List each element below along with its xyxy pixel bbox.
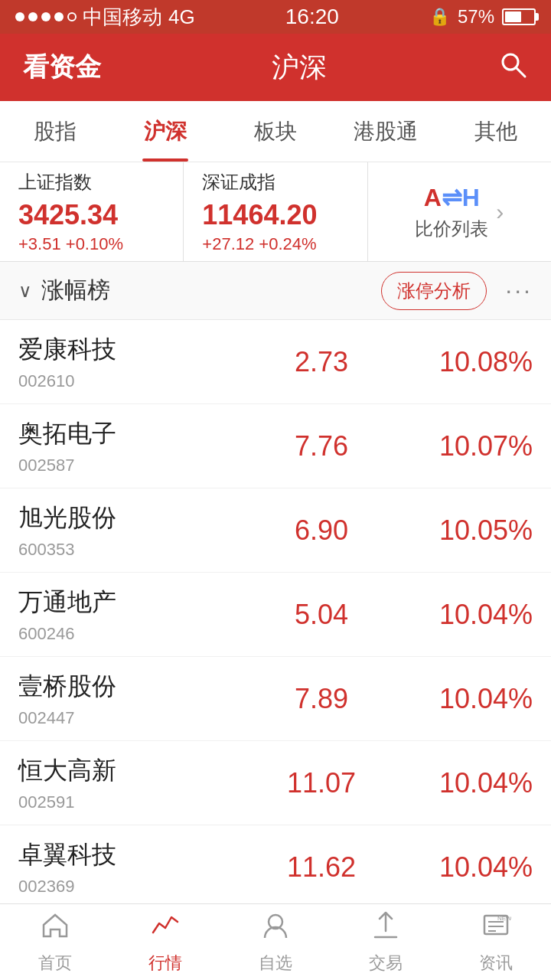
compare-label: 比价列表 [415,217,488,241]
stock-info-1: 奥拓电子 002587 [18,417,248,475]
stock-code-3: 600246 [18,624,248,644]
shenzhen-index-name: 深证成指 [202,170,348,194]
stock-price-1: 7.76 [248,430,395,462]
compare-content: A⇌H 比价列表 [415,183,488,241]
section-actions: 涨停分析 ··· [381,272,533,310]
stock-name-3: 万通地产 [18,586,248,619]
signal-dot-3 [41,12,51,21]
stock-info-3: 万通地产 600246 [18,586,248,644]
signal-dot-5 [67,12,77,21]
watchlist-icon [260,910,291,947]
section-header: ∨ 涨幅榜 涨停分析 ··· [0,262,551,320]
stock-name-0: 爱康科技 [18,333,248,367]
tab-guzhi[interactable]: 股指 [0,101,110,162]
shenzhen-index-value: 11464.20 [202,199,348,231]
stock-info-5: 恒大高新 002591 [18,754,248,812]
home-icon [40,910,70,947]
stock-change-5: 10.04% [395,767,533,799]
signal-dots [15,12,77,21]
stock-code-4: 002447 [18,708,248,728]
stock-price-4: 7.89 [248,683,395,715]
stock-price-6: 11.62 [248,851,395,884]
nav-market[interactable]: 行情 [110,904,220,980]
signal-dot-1 [15,12,24,21]
stock-name-6: 卓翼科技 [18,838,248,872]
battery-fill [505,11,521,22]
bottom-nav: 首页 行情 自选 交易 [0,903,551,980]
tab-ganggu[interactable]: 港股通 [331,101,441,162]
section-title: 涨幅榜 [41,275,110,306]
tab-bar: 股指 沪深 板块 港股通 其他 [0,101,551,162]
index-cards: 上证指数 3425.34 +3.51 +0.10% 深证成指 11464.20 … [0,162,551,262]
battery-icon [502,8,536,25]
nav-trade[interactable]: 交易 [331,904,441,980]
stock-list: 爱康科技 002610 2.73 10.08% 奥拓电子 002587 7.76… [0,320,551,980]
stock-row[interactable]: 奥拓电子 002587 7.76 10.07% [0,404,551,488]
stock-code-1: 002587 [18,456,248,475]
aha-label: A⇌H [424,183,480,212]
market-icon [150,910,181,947]
status-left: 中国移动 4G [15,4,195,31]
chevron-down-icon[interactable]: ∨ [18,280,32,302]
zt-analysis-button[interactable]: 涨停分析 [381,272,487,310]
nav-trade-label: 交易 [369,952,403,975]
signal-dot-4 [54,12,64,21]
stock-name-4: 壹桥股份 [18,670,248,704]
more-options-icon[interactable]: ··· [505,276,533,305]
header-center-label: 沪深 [272,49,327,87]
network-label: 4G [168,5,195,29]
stock-price-5: 11.07 [248,767,395,799]
stock-name-1: 奥拓电子 [18,417,248,451]
stock-row[interactable]: 壹桥股份 002447 7.89 10.04% [0,657,551,741]
app-header: 看资金 沪深 [0,34,551,101]
shenzhen-index-change: +27.12 +0.24% [202,234,348,254]
index-card-shanghai[interactable]: 上证指数 3425.34 +3.51 +0.10% [0,162,184,261]
tab-bankuai[interactable]: 板块 [220,101,331,162]
nav-watchlist[interactable]: 自选 [220,904,331,980]
battery-percent: 57% [458,6,494,28]
header-left-label: 看资金 [23,50,101,85]
chevron-right-icon: › [496,199,504,225]
stock-row[interactable]: 旭光股份 600353 6.90 10.05% [0,488,551,573]
stock-change-6: 10.04% [395,851,533,884]
stock-code-0: 002610 [18,371,248,391]
stock-name-2: 旭光股份 [18,501,248,535]
stock-change-0: 10.08% [395,346,533,378]
stock-price-2: 6.90 [248,514,395,547]
status-bar: 中国移动 4G 16:20 🔒 57% [0,0,551,34]
stock-row[interactable]: 卓翼科技 002369 11.62 10.04% [0,825,551,910]
status-right: 🔒 57% [429,6,536,28]
stock-change-3: 10.04% [395,599,533,631]
carrier-label: 中国移动 [83,4,162,31]
trade-icon [370,910,401,947]
stock-name-5: 恒大高新 [18,754,248,788]
time-label: 16:20 [285,5,339,29]
stock-info-0: 爱康科技 002610 [18,333,248,391]
shanghai-index-value: 3425.34 [18,199,165,231]
nav-home-label: 首页 [38,952,72,975]
signal-dot-2 [28,12,37,21]
tab-qita[interactable]: 其他 [441,101,551,162]
stock-row[interactable]: 恒大高新 002591 11.07 10.04% [0,741,551,825]
nav-news-label: 资讯 [479,952,513,975]
svg-line-1 [516,67,525,77]
stock-row[interactable]: 爱康科技 002610 2.73 10.08% [0,320,551,404]
stock-code-5: 002591 [18,792,248,812]
stock-row[interactable]: 万通地产 600246 5.04 10.04% [0,573,551,657]
stock-info-2: 旭光股份 600353 [18,501,248,560]
stock-price-0: 2.73 [248,346,395,378]
nav-news[interactable]: NEWS 资讯 [441,904,551,980]
index-card-shenzhen[interactable]: 深证成指 11464.20 +27.12 +0.24% [184,162,367,261]
shanghai-index-name: 上证指数 [18,170,165,194]
index-card-compare[interactable]: A⇌H 比价列表 › [368,162,551,261]
nav-home[interactable]: 首页 [0,904,110,980]
stock-info-4: 壹桥股份 002447 [18,670,248,728]
search-button[interactable] [497,49,528,87]
stock-change-1: 10.07% [395,430,533,462]
nav-watchlist-label: 自选 [259,952,292,975]
stock-price-3: 5.04 [248,599,395,631]
shanghai-index-change: +3.51 +0.10% [18,234,165,254]
section-title-row: ∨ 涨幅榜 [18,275,110,306]
tab-hushen[interactable]: 沪深 [110,101,220,162]
stock-change-4: 10.04% [395,683,533,715]
